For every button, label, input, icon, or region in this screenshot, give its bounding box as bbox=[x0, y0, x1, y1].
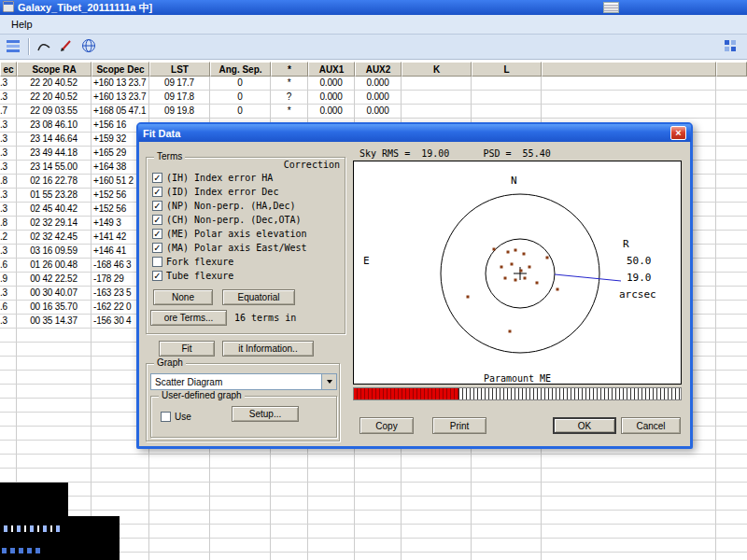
term-checkbox[interactable]: ✓(ME) Polar axis elevation bbox=[152, 227, 341, 241]
cell bbox=[149, 455, 210, 469]
cell bbox=[542, 525, 716, 539]
cell bbox=[716, 497, 747, 511]
table-row[interactable] bbox=[0, 469, 747, 483]
cell bbox=[716, 203, 747, 217]
column-header-6[interactable]: AUX1 bbox=[308, 62, 355, 77]
column-header-5[interactable]: * bbox=[271, 62, 308, 77]
cell bbox=[542, 455, 716, 469]
term-checkbox[interactable]: Fork flexure bbox=[152, 255, 341, 269]
table-row[interactable]: .322 20 40.52+160 13 23.709 17.70*0.0000… bbox=[0, 77, 747, 91]
menu-help[interactable]: Help bbox=[6, 17, 38, 32]
cell bbox=[472, 77, 542, 91]
cell bbox=[716, 315, 747, 329]
cell: .3 bbox=[0, 203, 17, 217]
cell bbox=[716, 273, 747, 287]
fit-button[interactable]: Fit bbox=[159, 341, 215, 357]
cancel-button[interactable]: Cancel bbox=[621, 417, 681, 434]
checkbox-box bbox=[152, 257, 162, 267]
setup-button[interactable]: Setup... bbox=[232, 406, 299, 422]
cell bbox=[149, 511, 210, 525]
cell bbox=[542, 497, 716, 511]
table-row[interactable]: .322 20 40.52+160 13 23.709 17.80?0.0000… bbox=[0, 91, 747, 105]
cell bbox=[17, 413, 92, 427]
equatorial-button[interactable]: Equatorial bbox=[222, 289, 295, 305]
pen-icon bbox=[59, 38, 74, 55]
column-header-9[interactable]: L bbox=[472, 62, 542, 77]
column-header-2[interactable]: Scope Dec bbox=[92, 62, 149, 77]
cell bbox=[271, 511, 308, 525]
cell bbox=[355, 469, 402, 483]
cell bbox=[716, 343, 747, 357]
cell: 0.000 bbox=[308, 105, 355, 119]
mount-caption: Paramount ME bbox=[354, 373, 681, 384]
column-header-1[interactable]: Scope RA bbox=[17, 62, 92, 77]
cell bbox=[271, 469, 308, 483]
table-button[interactable] bbox=[2, 36, 24, 57]
cell bbox=[308, 469, 355, 483]
cell bbox=[716, 175, 747, 189]
cell bbox=[17, 427, 92, 441]
checkbox-box: ✓ bbox=[152, 173, 162, 183]
cell: * bbox=[271, 77, 308, 91]
chevron-down-icon[interactable] bbox=[321, 374, 336, 389]
term-checkbox[interactable]: ✓(IH) Index error HA bbox=[152, 171, 341, 185]
column-header-4[interactable]: Ang. Sep. bbox=[210, 62, 271, 77]
cell bbox=[716, 539, 747, 553]
toolbar-right-button[interactable] bbox=[719, 36, 741, 57]
cell bbox=[716, 357, 747, 371]
cell: .6 bbox=[0, 301, 17, 315]
table-row[interactable] bbox=[0, 455, 747, 469]
cell bbox=[0, 385, 17, 399]
cell bbox=[355, 525, 402, 539]
cell: 00 42 22.52 bbox=[17, 273, 92, 287]
fit-stats: Sky RMS = 19.00 PSD = 55.40 bbox=[359, 148, 551, 159]
residual-bar-red-segment bbox=[354, 388, 458, 399]
cell: 00 16 35.70 bbox=[17, 301, 92, 315]
cell: 23 14 46.64 bbox=[17, 133, 92, 147]
table-row[interactable] bbox=[0, 497, 747, 511]
column-header-0[interactable]: ec bbox=[0, 62, 17, 77]
toolbar-separator bbox=[28, 38, 29, 55]
column-header-3[interactable]: LST bbox=[149, 62, 210, 77]
ok-button[interactable]: OK bbox=[553, 417, 616, 434]
cell bbox=[716, 119, 747, 133]
column-header-8[interactable]: K bbox=[402, 62, 472, 77]
term-checkbox[interactable]: ✓(MA) Polar axis East/West bbox=[152, 241, 341, 255]
graph-type-select[interactable]: Scatter Diagram bbox=[150, 373, 337, 390]
term-checkbox[interactable]: ✓Tube flexure bbox=[152, 269, 341, 283]
cell: .3 bbox=[0, 119, 17, 133]
cell: 01 26 00.48 bbox=[17, 259, 92, 273]
term-checkbox[interactable]: ✓(ID) Index error Dec bbox=[152, 185, 341, 199]
close-icon[interactable]: × bbox=[670, 126, 686, 140]
globe-button[interactable] bbox=[78, 36, 100, 57]
cell bbox=[0, 399, 17, 413]
cell bbox=[716, 245, 747, 259]
cell bbox=[716, 371, 747, 385]
curve-icon bbox=[36, 38, 51, 55]
cell: 0.000 bbox=[355, 91, 402, 105]
dialog-titlebar[interactable]: Fit Data × bbox=[138, 124, 691, 142]
cell: 23 14 55.00 bbox=[17, 161, 92, 175]
cell: 22 09 03.55 bbox=[17, 105, 92, 119]
table-row[interactable]: .722 09 03.55+168 05 47.109 19.80*0.0000… bbox=[0, 105, 747, 119]
cell bbox=[402, 91, 472, 105]
column-header-7[interactable]: AUX2 bbox=[355, 62, 402, 77]
cell bbox=[542, 553, 716, 560]
north-label: N bbox=[511, 175, 517, 187]
app-icon bbox=[3, 1, 14, 14]
none-button[interactable]: None bbox=[153, 289, 213, 305]
cell bbox=[17, 329, 92, 343]
table-row[interactable] bbox=[0, 483, 747, 497]
fit-information-button[interactable]: it Information.. bbox=[222, 341, 314, 357]
pen-button[interactable] bbox=[55, 36, 78, 57]
curve-button[interactable] bbox=[33, 36, 55, 57]
term-checkbox[interactable]: ✓(NP) Non-perp. (HA,Dec) bbox=[152, 199, 341, 213]
cell bbox=[716, 469, 747, 483]
use-checkbox[interactable]: Use bbox=[161, 410, 191, 424]
print-button[interactable]: Print bbox=[432, 417, 486, 434]
cell bbox=[355, 511, 402, 525]
more-terms-button[interactable]: ore Terms... bbox=[150, 310, 227, 326]
copy-button[interactable]: Copy bbox=[359, 417, 414, 434]
term-checkbox[interactable]: ✓(CH) Non-perp. (Dec,OTA) bbox=[152, 213, 341, 227]
cell bbox=[472, 497, 542, 511]
